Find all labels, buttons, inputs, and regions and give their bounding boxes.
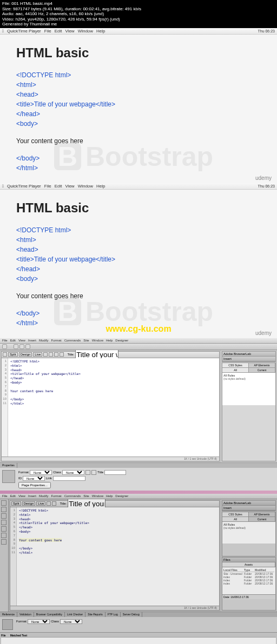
- dw-menu-format[interactable]: Format: [51, 494, 62, 498]
- live-button[interactable]: Live: [33, 352, 42, 357]
- meta-video: Video: h264, yuv420p, 1280x720, 426 kb/s…: [2, 17, 275, 22]
- col-matched: Matched Text: [10, 634, 28, 637]
- tool-icon[interactable]: [1, 533, 6, 538]
- tool-icon[interactable]: [1, 513, 6, 519]
- dw-menu-window[interactable]: Window: [92, 494, 103, 498]
- live-button[interactable]: Live: [36, 501, 45, 506]
- menu-window[interactable]: Window: [78, 29, 93, 33]
- dw-menu-help[interactable]: Help: [106, 494, 113, 498]
- menu-help[interactable]: Help: [96, 29, 105, 33]
- dw-menu-help[interactable]: Help: [106, 339, 113, 342]
- tab-all[interactable]: All: [222, 368, 249, 372]
- file-row[interactable]: indexFolder20/08/13 17:36: [223, 582, 274, 585]
- tab-ap-elements[interactable]: AP Elements: [249, 512, 275, 516]
- split-button[interactable]: Split: [11, 501, 21, 506]
- menu-edit[interactable]: Edit: [55, 184, 62, 189]
- menu-window[interactable]: Window: [78, 184, 93, 189]
- tool-icon[interactable]: [47, 501, 51, 506]
- tab-reference[interactable]: Reference: [0, 612, 17, 617]
- tab-css-styles[interactable]: CSS Styles: [222, 363, 249, 367]
- format-select[interactable]: None: [30, 470, 52, 475]
- dw-menu-insert[interactable]: Insert: [28, 339, 36, 342]
- tool-icon[interactable]: [1, 539, 6, 545]
- tool-icon[interactable]: [49, 352, 53, 357]
- tool-icon[interactable]: [1, 500, 6, 506]
- tool-icon[interactable]: [25, 344, 30, 349]
- tool-icon[interactable]: [52, 501, 56, 506]
- tab-current[interactable]: Current: [249, 517, 275, 521]
- layout-icon[interactable]: [2, 344, 7, 349]
- tool-icon[interactable]: [1, 520, 6, 525]
- app-name[interactable]: QuickTime Player: [7, 29, 41, 33]
- dw-menu-view[interactable]: View: [18, 339, 25, 342]
- dw-menu-site[interactable]: Site: [83, 494, 89, 498]
- tab-site-reports[interactable]: Site Reports: [85, 612, 105, 617]
- panel-files[interactable]: Files: [222, 558, 275, 562]
- dw-toolbar: [0, 344, 277, 350]
- panel-insert[interactable]: Insert: [222, 506, 275, 511]
- code-editor: Split Design Live Title: 1234567891011 <…: [1, 351, 220, 461]
- page-properties-button[interactable]: Page Properties...: [18, 482, 51, 488]
- tool-icon[interactable]: [60, 352, 64, 357]
- id-select[interactable]: None: [23, 476, 45, 481]
- code-text[interactable]: <!DOCTYPE html> <html> <head> <title>Tit…: [8, 358, 219, 457]
- tab-ap-elements[interactable]: AP Elements: [249, 363, 275, 367]
- dw-menu-insert[interactable]: Insert: [28, 494, 36, 498]
- tab-server-debug[interactable]: Server Debug: [121, 612, 142, 617]
- dw-menu-modify[interactable]: Modify: [39, 494, 49, 498]
- code-view-button[interactable]: [3, 352, 7, 357]
- bold-icon[interactable]: [85, 470, 90, 475]
- menu-help[interactable]: Help: [96, 184, 105, 189]
- dw-menu-commands[interactable]: Commands: [64, 339, 81, 342]
- tool-icon[interactable]: [19, 344, 24, 349]
- tool-icon[interactable]: [54, 352, 58, 357]
- html-icon[interactable]: [2, 619, 13, 630]
- dw-menu-edit[interactable]: Edit: [10, 494, 16, 498]
- menu-file[interactable]: File: [44, 184, 51, 189]
- dw-menu-site[interactable]: Site: [83, 339, 89, 342]
- dw-menu-modify[interactable]: Modify: [39, 339, 49, 342]
- dw-menu-edit[interactable]: Edit: [10, 339, 16, 342]
- dw-menu-format[interactable]: Format: [51, 339, 62, 342]
- code-line: <body>: [16, 274, 261, 284]
- html-icon[interactable]: [2, 470, 15, 483]
- panel-insert[interactable]: Insert: [222, 357, 275, 361]
- tab-current[interactable]: Current: [249, 368, 275, 372]
- dw-menu-file[interactable]: File: [2, 494, 8, 498]
- code-text[interactable]: <!DOCTYPE html> <html> <head> <title>Tit…: [17, 507, 219, 606]
- dw-menu-view[interactable]: View: [18, 494, 25, 498]
- tab-properties[interactable]: Properties: [0, 463, 17, 468]
- tool-icon[interactable]: [1, 526, 6, 532]
- tab-browser-compat[interactable]: Browser Compatibility: [34, 612, 65, 617]
- tool-icon[interactable]: [14, 344, 18, 349]
- format-select[interactable]: None: [28, 619, 50, 624]
- design-button[interactable]: Design: [19, 352, 32, 357]
- link-input[interactable]: [53, 476, 85, 481]
- dw-menu-window[interactable]: Window: [92, 339, 103, 342]
- italic-icon[interactable]: [91, 470, 96, 475]
- tab-css-styles[interactable]: CSS Styles: [222, 512, 249, 516]
- view-mode[interactable]: Designer: [115, 494, 128, 498]
- tab-validation[interactable]: Validation: [17, 612, 34, 617]
- panel-browserlab[interactable]: Adobe BrowserLab: [222, 352, 275, 357]
- dw-menu-commands[interactable]: Commands: [64, 494, 81, 498]
- tab-link-checker[interactable]: Link Checker: [65, 612, 85, 617]
- title-input[interactable]: [104, 470, 126, 475]
- menu-view[interactable]: View: [65, 184, 74, 189]
- menu-file[interactable]: File: [44, 29, 51, 33]
- tab-ftp-log[interactable]: FTP Log: [105, 612, 121, 617]
- globe-icon[interactable]: [43, 352, 48, 357]
- class-select[interactable]: None: [62, 470, 84, 475]
- menu-edit[interactable]: Edit: [55, 29, 62, 33]
- class-select[interactable]: None: [60, 619, 82, 624]
- dw-menu-file[interactable]: File: [2, 339, 8, 342]
- app-name[interactable]: QuickTime Player: [7, 184, 41, 189]
- panel-browserlab[interactable]: Adobe BrowserLab: [222, 501, 275, 506]
- tab-all[interactable]: All: [222, 517, 249, 521]
- design-button[interactable]: Design: [22, 501, 36, 506]
- split-button[interactable]: Split: [8, 352, 18, 357]
- menu-view[interactable]: View: [65, 29, 74, 33]
- tab-assets[interactable]: Assets: [222, 562, 275, 567]
- tool-icon[interactable]: [1, 507, 6, 512]
- view-mode[interactable]: Designer: [115, 339, 128, 342]
